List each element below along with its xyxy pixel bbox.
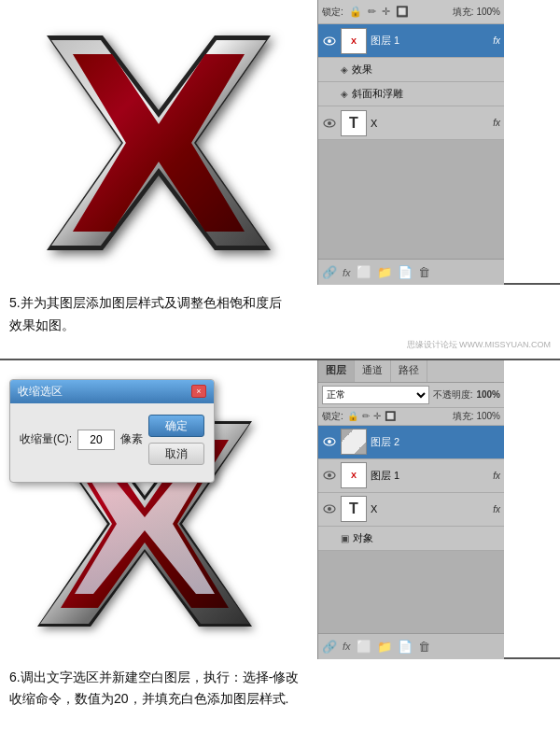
bevel-row: ◈ 斜面和浮雕 [318, 82, 504, 106]
mask-icon[interactable]: ⬜ [357, 265, 371, 279]
effect-label: 效果 [352, 63, 500, 77]
pen-icon-b[interactable]: ✏ [362, 411, 370, 421]
text2-line2: 收缩命令，数值为20，并填充白色添加图层样式. [9, 688, 551, 711]
tab-layers[interactable]: 图层 [318, 360, 355, 382]
new-layer-icon[interactable]: 📄 [398, 265, 413, 279]
layer1-thumb-b: X [341, 462, 367, 488]
layers-lock-row: 锁定: 🔒 ✏ ✛ 🔲 填充: 100% [318, 0, 504, 24]
move-icon-b[interactable]: ✛ [373, 411, 381, 421]
watermark: 思缘设计论坛 WWW.MISSYUAN.COM [9, 339, 551, 351]
eye-icon-layer-x-b[interactable] [322, 501, 337, 516]
layer-x-thumb-b: T [341, 496, 367, 522]
x-logo-top-area [0, 0, 317, 285]
dialog-buttons: 确定 取消 [148, 415, 204, 465]
layers-panel-bottom: 图层 通道 路径 正常 不透明度: 100% 锁定: 🔒 ✏ ✛ 🔲 填充: 1… [317, 360, 504, 659]
sub-icon: ▣ [341, 533, 349, 543]
x-logo-top-svg [28, 17, 289, 269]
text-section-1: 5.并为其图层添加图层样式及调整色相饱和度后 效果如图。 思缘设计论坛 WWW.… [0, 285, 560, 360]
move-icon[interactable]: ✛ [382, 6, 390, 18]
layers-bottom-bottom-bar: 🔗 fx ⬜ 📁 📄 🗑 [318, 633, 504, 659]
effects-row: ◈ 效果 [318, 58, 504, 82]
unit-label: 像素 [120, 431, 143, 447]
lock-row-bottom: 锁定: 🔒 ✏ ✛ 🔲 填充: 100% [318, 408, 504, 426]
dialog-title-bar: 收缩选区 × [10, 380, 214, 403]
layers-top-bottom-bar: 🔗 fx ⬜ 📁 📄 🗑 [318, 259, 504, 285]
layer-x-name-b: X [371, 503, 489, 514]
layer-x-thumb: T [341, 110, 367, 136]
top-section: 锁定: 🔒 ✏ ✛ 🔲 填充: 100% X 图层 1 fx ◈ 效果 ◈ [0, 0, 560, 285]
eye-icon-layer1[interactable] [322, 34, 337, 49]
lock-label-bottom: 锁定: [322, 410, 343, 423]
all-icon[interactable]: 🔲 [396, 6, 409, 18]
eye-icon-layer2[interactable] [322, 434, 337, 449]
svg-point-7 [328, 121, 331, 125]
layer1-fx: fx [493, 35, 500, 46]
bevel-label: 斜面和浮雕 [352, 87, 500, 101]
dialog-close-button[interactable]: × [191, 385, 206, 398]
eye-icon-layer1-b[interactable] [322, 468, 337, 483]
new-layer-icon-b[interactable]: 📄 [398, 640, 413, 654]
svg-point-15 [328, 473, 331, 477]
pen-icon[interactable]: ✏ [368, 6, 376, 18]
fx-bottom-icon[interactable]: fx [343, 267, 351, 278]
close-icon: × [196, 387, 201, 396]
fill-label: 填充: 100% [453, 6, 500, 19]
layer2-name: 图层 2 [371, 435, 500, 449]
text1-line2: 效果如图。 [9, 315, 551, 337]
dialog-body: 收缩量(C): 像素 确定 取消 [10, 403, 214, 482]
ok-button[interactable]: 确定 [148, 415, 204, 437]
lock-label: 锁定: [322, 6, 343, 19]
folder-icon-b[interactable]: 📁 [377, 640, 392, 654]
bevel-icon: ◈ [341, 89, 348, 99]
lock-icon[interactable]: 🔒 [349, 6, 362, 18]
layer1-name: 图层 1 [371, 34, 489, 48]
svg-point-5 [328, 39, 331, 43]
tab-paths[interactable]: 路径 [391, 360, 427, 382]
layer1-name-b: 图层 1 [371, 469, 489, 483]
contract-selection-dialog: 收缩选区 × 收缩量(C): 像素 确定 取消 [9, 379, 215, 483]
sub-item-label: 对象 [353, 531, 500, 545]
text2-line1: 6.调出文字选区并新建空白图层，执行：选择-修改 [9, 667, 551, 689]
fx-bottom-icon-b[interactable]: fx [343, 641, 351, 652]
layer2-row[interactable]: 图层 2 [318, 426, 504, 459]
layer2-thumb [341, 429, 367, 455]
opacity-value: 100% [476, 389, 500, 400]
layers-panel-top: 锁定: 🔒 ✏ ✛ 🔲 填充: 100% X 图层 1 fx ◈ 效果 ◈ [317, 0, 504, 285]
svg-point-13 [328, 440, 331, 444]
dialog-title: 收缩选区 [18, 384, 63, 400]
trash-icon[interactable]: 🗑 [418, 265, 430, 279]
sub-item-row: ▣ 对象 [318, 527, 504, 551]
text-section-2: 6.调出文字选区并新建空白图层，执行：选择-修改 收缩命令，数值为20，并填充白… [0, 659, 560, 729]
layer-x-fx-b: fx [493, 504, 500, 514]
link-icon[interactable]: 🔗 [322, 265, 337, 279]
dialog-input-row: 收缩量(C): 像素 确定 取消 [20, 415, 204, 465]
layer1-thumb: X [341, 28, 367, 54]
fill-label-bottom: 填充: 100% [453, 410, 500, 423]
contract-value-input[interactable] [77, 430, 115, 450]
layer-x-row-b[interactable]: T X fx [318, 493, 504, 527]
lock-icon-b[interactable]: 🔒 [347, 411, 358, 421]
folder-icon[interactable]: 📁 [377, 265, 392, 279]
eye-icon-layer-x[interactable] [322, 116, 337, 131]
layer-x-row[interactable]: T X fx [318, 106, 504, 140]
layer-x-fx: fx [493, 118, 500, 128]
opacity-label: 不透明度: [433, 388, 473, 402]
layer1-row[interactable]: X 图层 1 fx [318, 24, 504, 58]
text1-line1: 5.并为其图层添加图层样式及调整色相饱和度后 [9, 292, 551, 315]
layer1-fx-b: fx [493, 471, 500, 481]
tab-channels[interactable]: 通道 [355, 360, 391, 382]
layer1-row-b[interactable]: X 图层 1 fx [318, 459, 504, 493]
mask-icon-b[interactable]: ⬜ [357, 640, 371, 654]
bottom-section: 收缩选区 × 收缩量(C): 像素 确定 取消 图 [0, 360, 560, 659]
trash-icon-b[interactable]: 🗑 [418, 640, 430, 654]
x-logo-bottom-area: 收缩选区 × 收缩量(C): 像素 确定 取消 [0, 360, 317, 659]
contract-label: 收缩量(C): [20, 431, 72, 447]
svg-point-17 [328, 507, 331, 511]
layers-tabs: 图层 通道 路径 [318, 360, 504, 383]
blend-mode-select[interactable]: 正常 [322, 386, 429, 404]
link-icon-b[interactable]: 🔗 [322, 640, 337, 654]
effects-icon: ◈ [341, 64, 348, 75]
all-icon-b[interactable]: 🔲 [385, 411, 396, 421]
cancel-button[interactable]: 取消 [148, 443, 204, 465]
blend-mode-row: 正常 不透明度: 100% [318, 383, 504, 408]
